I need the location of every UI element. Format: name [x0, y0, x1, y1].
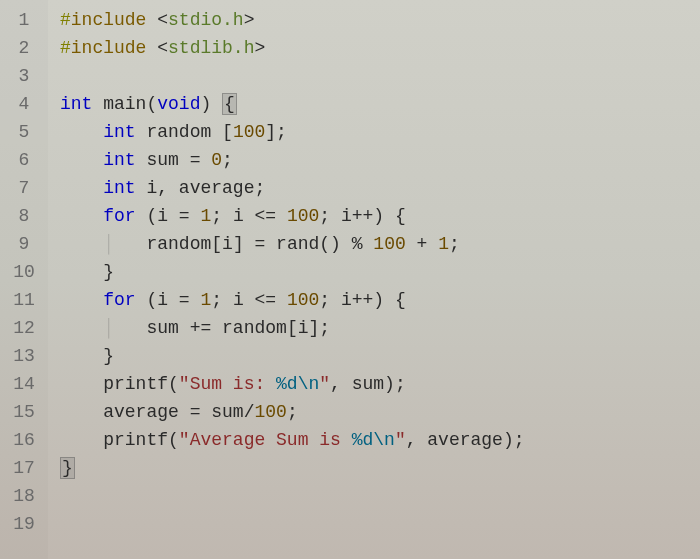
token-type: void: [157, 94, 200, 114]
code-line[interactable]: average = sum/100;: [60, 398, 700, 426]
code-line[interactable]: }: [60, 454, 700, 482]
code-line[interactable]: [60, 510, 700, 538]
code-line[interactable]: int main(void) {: [60, 90, 700, 118]
token-punct: [60, 290, 103, 310]
token-ident: i: [298, 318, 309, 338]
token-fn: printf: [103, 374, 168, 394]
token-ident: i: [233, 206, 244, 226]
token-num: 1: [200, 206, 211, 226]
token-punct: [60, 234, 103, 254]
token-punct: ;: [211, 206, 233, 226]
token-esc: %d\n: [276, 374, 319, 394]
token-ident: i: [233, 290, 244, 310]
token-punct: [136, 122, 147, 142]
token-punct: ] =: [233, 234, 276, 254]
line-number: 2: [0, 34, 48, 62]
line-number: 13: [0, 342, 48, 370]
code-line[interactable]: }: [60, 258, 700, 286]
token-punct: [60, 178, 103, 198]
token-num: 100: [287, 206, 319, 226]
token-type: int: [60, 94, 92, 114]
token-punct: );: [503, 430, 525, 450]
token-punct: ++) {: [352, 206, 406, 226]
token-punct: (: [168, 374, 179, 394]
token-num: 100: [287, 290, 319, 310]
token-indent-guide: │: [103, 318, 114, 338]
token-ident: sum: [352, 374, 384, 394]
line-number: 3: [0, 62, 48, 90]
token-punct: ;: [222, 150, 233, 170]
token-punct: [60, 122, 103, 142]
token-punct: (: [146, 94, 157, 114]
line-number: 6: [0, 146, 48, 174]
token-fn: rand: [276, 234, 319, 254]
token-ident: i: [157, 206, 168, 226]
code-line[interactable]: int random [100];: [60, 118, 700, 146]
code-line[interactable]: for (i = 1; i <= 100; i++) {: [60, 202, 700, 230]
token-num: 0: [211, 150, 222, 170]
line-number: 8: [0, 202, 48, 230]
token-kw: for: [103, 206, 135, 226]
code-line[interactable]: int sum = 0;: [60, 146, 700, 174]
code-line[interactable]: │ random[i] = rand() % 100 + 1;: [60, 230, 700, 258]
code-line[interactable]: printf("Sum is: %d\n", sum);: [60, 370, 700, 398]
token-preproc: #: [60, 38, 71, 58]
line-number: 15: [0, 398, 48, 426]
token-preproc-kw: include: [71, 38, 147, 58]
token-num: 1: [438, 234, 449, 254]
code-line[interactable]: printf("Average Sum is %d\n", average);: [60, 426, 700, 454]
token-ident: random: [146, 234, 211, 254]
token-preproc-kw: include: [71, 10, 147, 30]
token-punct: =: [168, 206, 200, 226]
code-line[interactable]: #include <stdlib.h>: [60, 34, 700, 62]
token-ident: i: [341, 290, 352, 310]
token-ident: i: [222, 234, 233, 254]
line-number: 10: [0, 258, 48, 286]
token-punct: ): [200, 94, 222, 114]
line-number: 5: [0, 118, 48, 146]
line-number: 17: [0, 454, 48, 482]
token-angle: >: [254, 38, 265, 58]
code-line[interactable]: [60, 482, 700, 510]
token-punct: [146, 38, 157, 58]
token-punct: [136, 150, 147, 170]
token-punct: }: [60, 346, 114, 366]
line-number: 11: [0, 286, 48, 314]
token-punct: [114, 318, 146, 338]
token-num: 100: [373, 234, 405, 254]
token-punct: ;: [319, 290, 341, 310]
line-number: 9: [0, 230, 48, 258]
code-line[interactable]: [60, 62, 700, 90]
line-number: 19: [0, 510, 48, 538]
token-punct: ;: [319, 206, 341, 226]
token-punct: ++) {: [352, 290, 406, 310]
token-punct: [: [222, 122, 233, 142]
token-punct: =: [179, 402, 211, 422]
token-punct: [60, 150, 103, 170]
code-line[interactable]: #include <stdio.h>: [60, 6, 700, 34]
code-line[interactable]: │ sum += random[i];: [60, 314, 700, 342]
token-indent-guide: │: [103, 234, 114, 254]
token-punct: ,: [157, 178, 179, 198]
token-str: "Sum is:: [179, 374, 276, 394]
code-editor: 12345678910111213141516171819 #include <…: [0, 0, 700, 559]
token-brace-hl: {: [222, 93, 237, 115]
token-punct: [60, 206, 103, 226]
token-ident: i: [146, 178, 157, 198]
token-punct: +=: [179, 318, 222, 338]
token-punct: (: [136, 206, 158, 226]
token-preproc: #: [60, 10, 71, 30]
token-esc: %d\n: [352, 430, 395, 450]
token-punct: ;: [449, 234, 460, 254]
token-punct: [60, 374, 103, 394]
code-line[interactable]: int i, average;: [60, 174, 700, 202]
token-punct: [60, 402, 103, 422]
token-punct: ,: [330, 374, 352, 394]
line-number-gutter: 12345678910111213141516171819: [0, 0, 48, 559]
code-area[interactable]: #include <stdio.h>#include <stdlib.h>int…: [48, 0, 700, 559]
code-line[interactable]: for (i = 1; i <= 100; i++) {: [60, 286, 700, 314]
token-ident: sum: [211, 402, 243, 422]
code-line[interactable]: }: [60, 342, 700, 370]
line-number: 12: [0, 314, 48, 342]
token-punct: (: [168, 430, 179, 450]
